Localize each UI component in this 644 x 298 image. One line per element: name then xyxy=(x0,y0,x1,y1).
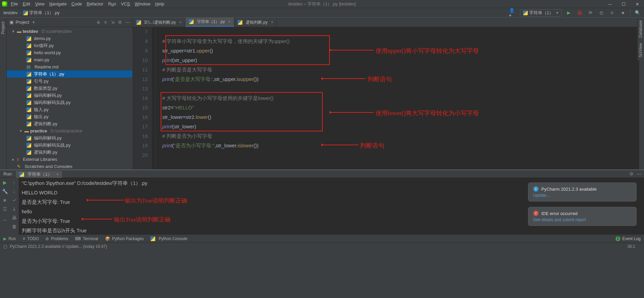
tree-file[interactable]: hello world.py xyxy=(7,49,133,56)
close-tab-icon[interactable]: × xyxy=(228,19,230,24)
close-tab-icon[interactable]: × xyxy=(179,20,182,25)
vtab-database[interactable]: Database xyxy=(638,18,644,40)
python-file-icon xyxy=(19,172,24,177)
close-tab-icon[interactable]: × xyxy=(56,172,59,177)
print-icon[interactable]: 🖶 xyxy=(12,215,17,220)
tool-terminal[interactable]: ⌨Terminal xyxy=(75,236,98,241)
vtab-sciview[interactable]: SciView xyxy=(638,40,644,60)
tree-label: 编码和解码实战.py xyxy=(34,142,71,148)
close-button[interactable]: ✕ xyxy=(630,0,644,8)
tool-python-console[interactable]: Python Console xyxy=(150,236,187,241)
maximize-button[interactable]: ☐ xyxy=(617,0,630,8)
tree-file[interactable]: for循环.py xyxy=(7,42,133,49)
gear-icon[interactable]: ⚙ xyxy=(629,171,633,176)
project-tree[interactable]: ▾ ▬ testdev D:\code\testdev demo.py for循… xyxy=(7,27,133,169)
tree-root[interactable]: ▾ ▬ testdev D:\code\testdev xyxy=(7,28,133,35)
stop-button[interactable]: ■ xyxy=(619,9,627,17)
profile-button[interactable]: ◴ xyxy=(598,9,605,17)
pin-icon[interactable]: ⎯ xyxy=(3,215,6,220)
hide-icon[interactable]: — xyxy=(125,20,130,25)
menu-vcs[interactable]: VCS xyxy=(121,1,130,6)
collapse-icon[interactable]: ≑ xyxy=(104,20,107,25)
trash-icon[interactable]: 🗑 xyxy=(12,224,17,229)
tree-file[interactable]: 编码和解码实战.py xyxy=(7,99,133,106)
up-icon[interactable]: ↑ xyxy=(13,180,15,185)
sb-window-icon[interactable]: ▢ xyxy=(3,244,7,249)
tree-file[interactable]: 输入.py xyxy=(7,106,133,113)
close-tab-icon[interactable]: × xyxy=(271,20,273,25)
gear-icon[interactable]: ⚙ xyxy=(118,20,122,25)
minimize-button[interactable]: ─ xyxy=(603,0,617,8)
code-content[interactable]: # 字符串小写字母变为大写字母，使用的关键字为upper() str_upper… xyxy=(152,27,644,169)
run-button[interactable]: ▶ xyxy=(565,9,572,17)
search-everywhere-button[interactable]: 🔍 xyxy=(634,9,641,17)
breadcrumb-root[interactable]: testdev xyxy=(3,10,18,15)
tree-file[interactable]: demo.py xyxy=(7,35,133,42)
tree-file[interactable]: 数据类型.py xyxy=(7,85,133,92)
menu-code[interactable]: Code xyxy=(72,1,82,6)
menu-run[interactable]: Run xyxy=(108,1,116,6)
layout-icon[interactable]: ☲ xyxy=(3,206,7,212)
notif-report-link[interactable]: See details and submit report xyxy=(533,217,631,222)
hide-icon[interactable]: — xyxy=(637,171,641,176)
coverage-button[interactable]: ⟳ xyxy=(587,9,594,17)
code-editor[interactable]: 7891011121314151617181920 # 字符串小写字母变为大写字… xyxy=(133,27,644,169)
tree-label: 编码和解码.py xyxy=(34,92,62,99)
menu-view[interactable]: View xyxy=(35,1,44,6)
wrench-icon[interactable]: 🔧 xyxy=(2,189,8,194)
tree-file[interactable]: ▤ Readme.md xyxy=(7,63,133,70)
notification-error[interactable]: !IDE error occurred See details and subm… xyxy=(528,207,637,226)
chevron-down-icon[interactable]: ▾ xyxy=(33,20,35,25)
tree-file-selected[interactable]: 字符串（1）.py xyxy=(7,70,133,78)
run-tab-active[interactable]: 字符串（1） × xyxy=(16,171,62,178)
tree-file[interactable]: 引号.py xyxy=(7,78,133,85)
target-icon[interactable]: ⊕ xyxy=(97,20,100,25)
tool-event-log[interactable]: 1 Event Log xyxy=(616,236,641,241)
breadcrumb-file[interactable]: 字符串（1）.py xyxy=(29,10,60,16)
tree-file[interactable]: main.py xyxy=(7,56,133,63)
window-title: testdev – 字符串（1）.py [testdev] xyxy=(288,1,356,7)
tool-run[interactable]: ▶Run xyxy=(3,236,16,241)
tree-file[interactable]: 逻辑判断.py xyxy=(7,120,133,127)
caret-down-icon[interactable]: ▾ xyxy=(12,29,16,34)
scroll-icon[interactable]: ⤓ xyxy=(12,206,16,212)
menu-edit[interactable]: Edit xyxy=(23,1,30,6)
editor-tab[interactable]: 逻辑判断.py× xyxy=(234,18,277,27)
tree-folder-practice[interactable]: ▾ ▬ practice D:\code\practice xyxy=(7,127,133,134)
tree-file[interactable]: 编码和解码.py xyxy=(7,134,133,142)
vtab-project[interactable]: Project xyxy=(0,19,6,37)
notif-title-text: PyCharm 2021.2.3 available xyxy=(541,187,597,192)
editor-tab[interactable]: D:\...\逻辑判断.py× xyxy=(133,18,185,27)
expand-icon[interactable]: ⇲ xyxy=(111,20,115,25)
menu-navigate[interactable]: Navigate xyxy=(49,1,66,6)
concurrency-button[interactable]: ⎋ xyxy=(608,9,616,17)
stop-icon[interactable]: ■ xyxy=(3,197,6,203)
menu-refactor[interactable]: Refactor xyxy=(87,1,103,6)
notif-update-link[interactable]: Update... xyxy=(533,193,631,198)
tree-scratches[interactable]: ✎ Scratches and Consoles xyxy=(7,163,133,169)
tree-file[interactable]: 逻辑判断.py xyxy=(7,149,133,156)
caret-right-icon[interactable]: ▸ xyxy=(12,157,16,162)
tree-file[interactable]: 编码和解码.py xyxy=(7,92,133,99)
debug-button[interactable]: 🐞 xyxy=(576,9,583,17)
tool-todo[interactable]: ≡TODO xyxy=(23,236,39,241)
tree-path: D:\code\practice xyxy=(51,128,82,133)
user-icon[interactable]: 👤▾ xyxy=(509,9,517,17)
editor-tab-active[interactable]: 字符串（1）.py× xyxy=(185,17,235,27)
tool-problems[interactable]: ⊘Problems xyxy=(45,236,68,241)
rerun-icon[interactable]: ▶ xyxy=(3,180,7,185)
tree-external-libs[interactable]: ▸⫴ External Libraries xyxy=(7,156,133,163)
tree-file[interactable]: 编码和解码实战.py xyxy=(7,142,133,149)
down-icon[interactable]: ↓ xyxy=(13,189,15,194)
tree-file[interactable]: 输出.py xyxy=(7,113,133,120)
menu-help[interactable]: Help xyxy=(155,1,164,6)
menu-window[interactable]: Window xyxy=(135,1,150,6)
caret-down-icon[interactable]: ▾ xyxy=(20,128,23,133)
tool-python-packages[interactable]: 📦Python Packages xyxy=(105,236,144,241)
python-file-icon xyxy=(26,107,31,112)
soft-wrap-icon[interactable]: ⤶ xyxy=(12,197,16,203)
menu-file[interactable]: File xyxy=(11,1,18,6)
run-config-selector[interactable]: 字符串（1） ▾ xyxy=(520,9,562,17)
tree-label: hello world.py xyxy=(34,50,61,55)
notification-info[interactable]: iPyCharm 2021.2.3 available Update... xyxy=(528,183,637,201)
